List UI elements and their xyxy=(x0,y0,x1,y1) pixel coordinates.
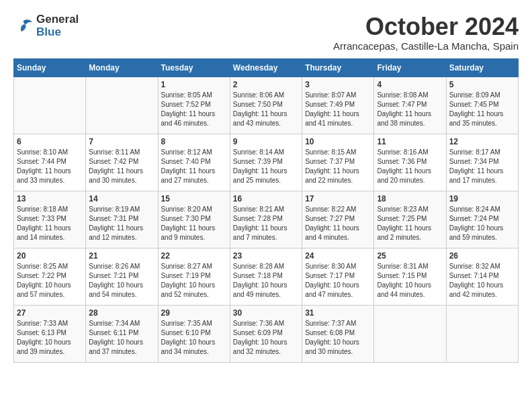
day-info: Sunrise: 8:11 AM Sunset: 7:42 PM Dayligh… xyxy=(89,148,154,185)
day-info: Sunrise: 8:32 AM Sunset: 7:14 PM Dayligh… xyxy=(449,262,515,300)
header-saturday: Saturday xyxy=(446,58,518,77)
calendar-cell: 22Sunrise: 8:27 AM Sunset: 7:19 PM Dayli… xyxy=(158,248,230,305)
calendar-cell: 9Sunrise: 8:14 AM Sunset: 7:39 PM Daylig… xyxy=(230,134,302,191)
logo: General Blue xyxy=(13,13,79,38)
day-info: Sunrise: 8:14 AM Sunset: 7:39 PM Dayligh… xyxy=(233,148,299,185)
calendar-cell: 10Sunrise: 8:15 AM Sunset: 7:37 PM Dayli… xyxy=(302,134,374,191)
day-number: 5 xyxy=(449,80,515,89)
week-row-3: 13Sunrise: 8:18 AM Sunset: 7:33 PM Dayli… xyxy=(14,191,519,248)
calendar-cell: 2Sunrise: 8:06 AM Sunset: 7:50 PM Daylig… xyxy=(230,77,302,134)
day-number: 20 xyxy=(17,251,83,261)
week-row-2: 6Sunrise: 8:10 AM Sunset: 7:44 PM Daylig… xyxy=(14,134,519,191)
calendar-cell: 28Sunrise: 7:34 AM Sunset: 6:11 PM Dayli… xyxy=(86,305,158,362)
logo-general: General xyxy=(36,13,79,26)
calendar-cell xyxy=(374,305,446,362)
day-number: 25 xyxy=(377,251,443,261)
day-info: Sunrise: 8:27 AM Sunset: 7:19 PM Dayligh… xyxy=(161,262,227,300)
day-info: Sunrise: 8:31 AM Sunset: 7:15 PM Dayligh… xyxy=(377,262,443,300)
day-number: 1 xyxy=(161,80,227,89)
day-number: 23 xyxy=(233,251,299,261)
day-number: 16 xyxy=(233,194,299,203)
day-info: Sunrise: 7:36 AM Sunset: 6:09 PM Dayligh… xyxy=(233,319,299,357)
day-info: Sunrise: 8:09 AM Sunset: 7:45 PM Dayligh… xyxy=(449,91,515,128)
location-subtitle: Arrancacepas, Castille-La Mancha, Spain xyxy=(333,40,519,52)
day-info: Sunrise: 7:34 AM Sunset: 6:11 PM Dayligh… xyxy=(89,319,154,357)
day-info: Sunrise: 8:28 AM Sunset: 7:18 PM Dayligh… xyxy=(233,262,299,300)
day-info: Sunrise: 8:21 AM Sunset: 7:28 PM Dayligh… xyxy=(233,205,299,242)
day-number: 8 xyxy=(161,137,227,146)
logo-blue: Blue xyxy=(36,26,61,38)
calendar-cell: 6Sunrise: 8:10 AM Sunset: 7:44 PM Daylig… xyxy=(14,134,86,191)
day-info: Sunrise: 7:33 AM Sunset: 6:13 PM Dayligh… xyxy=(17,319,83,357)
calendar-cell: 8Sunrise: 8:12 AM Sunset: 7:40 PM Daylig… xyxy=(158,134,230,191)
day-number: 19 xyxy=(449,194,515,203)
header-row: Sunday Monday Tuesday Wednesday Thursday… xyxy=(14,58,519,77)
calendar-cell: 20Sunrise: 8:25 AM Sunset: 7:22 PM Dayli… xyxy=(14,248,86,305)
header-sunday: Sunday xyxy=(14,58,86,77)
calendar-cell: 21Sunrise: 8:26 AM Sunset: 7:21 PM Dayli… xyxy=(86,248,158,305)
calendar-cell: 18Sunrise: 8:23 AM Sunset: 7:25 PM Dayli… xyxy=(374,191,446,248)
calendar-cell: 17Sunrise: 8:22 AM Sunset: 7:27 PM Dayli… xyxy=(302,191,374,248)
day-number: 18 xyxy=(377,194,443,203)
week-row-4: 20Sunrise: 8:25 AM Sunset: 7:22 PM Dayli… xyxy=(14,248,519,305)
header-tuesday: Tuesday xyxy=(158,58,230,77)
day-number: 28 xyxy=(89,308,154,318)
calendar-cell: 31Sunrise: 7:37 AM Sunset: 6:08 PM Dayli… xyxy=(302,305,374,362)
day-info: Sunrise: 8:06 AM Sunset: 7:50 PM Dayligh… xyxy=(233,91,299,128)
calendar-cell: 26Sunrise: 8:32 AM Sunset: 7:14 PM Dayli… xyxy=(446,248,518,305)
calendar-cell: 16Sunrise: 8:21 AM Sunset: 7:28 PM Dayli… xyxy=(230,191,302,248)
day-number: 13 xyxy=(17,194,83,203)
header-monday: Monday xyxy=(86,58,158,77)
calendar-cell: 13Sunrise: 8:18 AM Sunset: 7:33 PM Dayli… xyxy=(14,191,86,248)
calendar-cell: 23Sunrise: 8:28 AM Sunset: 7:18 PM Dayli… xyxy=(230,248,302,305)
calendar-cell: 4Sunrise: 8:08 AM Sunset: 7:47 PM Daylig… xyxy=(374,77,446,134)
day-info: Sunrise: 8:17 AM Sunset: 7:34 PM Dayligh… xyxy=(449,148,515,185)
day-info: Sunrise: 8:30 AM Sunset: 7:17 PM Dayligh… xyxy=(305,262,371,300)
calendar-body: 1Sunrise: 8:05 AM Sunset: 7:52 PM Daylig… xyxy=(14,77,519,362)
day-number: 3 xyxy=(305,80,371,89)
day-number: 24 xyxy=(305,251,371,261)
calendar-cell xyxy=(86,77,158,134)
calendar-cell: 1Sunrise: 8:05 AM Sunset: 7:52 PM Daylig… xyxy=(158,77,230,134)
day-number: 7 xyxy=(89,137,154,146)
day-info: Sunrise: 8:20 AM Sunset: 7:30 PM Dayligh… xyxy=(161,205,227,242)
day-number: 27 xyxy=(17,308,83,318)
day-number: 17 xyxy=(305,194,371,203)
header-friday: Friday xyxy=(374,58,446,77)
title-block: October 2024 Arrancacepas, Castille-La M… xyxy=(333,13,519,52)
day-number: 9 xyxy=(233,137,299,146)
calendar-cell xyxy=(446,305,518,362)
calendar-cell: 25Sunrise: 8:31 AM Sunset: 7:15 PM Dayli… xyxy=(374,248,446,305)
calendar-cell xyxy=(14,77,86,134)
calendar-cell: 27Sunrise: 7:33 AM Sunset: 6:13 PM Dayli… xyxy=(14,305,86,362)
week-row-1: 1Sunrise: 8:05 AM Sunset: 7:52 PM Daylig… xyxy=(14,77,519,134)
day-number: 26 xyxy=(449,251,515,261)
header-thursday: Thursday xyxy=(302,58,374,77)
day-info: Sunrise: 8:26 AM Sunset: 7:21 PM Dayligh… xyxy=(89,262,154,300)
logo-bird-icon xyxy=(13,18,34,34)
day-info: Sunrise: 7:35 AM Sunset: 6:10 PM Dayligh… xyxy=(161,319,227,357)
day-number: 29 xyxy=(161,308,227,318)
day-info: Sunrise: 8:22 AM Sunset: 7:27 PM Dayligh… xyxy=(305,205,371,242)
calendar-cell: 24Sunrise: 8:30 AM Sunset: 7:17 PM Dayli… xyxy=(302,248,374,305)
day-number: 11 xyxy=(377,137,443,146)
day-number: 4 xyxy=(377,80,443,89)
day-number: 15 xyxy=(161,194,227,203)
day-number: 10 xyxy=(305,137,371,146)
day-info: Sunrise: 8:08 AM Sunset: 7:47 PM Dayligh… xyxy=(377,91,443,128)
day-info: Sunrise: 8:23 AM Sunset: 7:25 PM Dayligh… xyxy=(377,205,443,242)
calendar-cell: 15Sunrise: 8:20 AM Sunset: 7:30 PM Dayli… xyxy=(158,191,230,248)
day-info: Sunrise: 8:15 AM Sunset: 7:37 PM Dayligh… xyxy=(305,148,371,185)
day-info: Sunrise: 8:07 AM Sunset: 7:49 PM Dayligh… xyxy=(305,91,371,128)
day-info: Sunrise: 8:05 AM Sunset: 7:52 PM Dayligh… xyxy=(161,91,227,128)
calendar-cell: 29Sunrise: 7:35 AM Sunset: 6:10 PM Dayli… xyxy=(158,305,230,362)
day-info: Sunrise: 8:16 AM Sunset: 7:36 PM Dayligh… xyxy=(377,148,443,185)
calendar-cell: 7Sunrise: 8:11 AM Sunset: 7:42 PM Daylig… xyxy=(86,134,158,191)
day-number: 12 xyxy=(449,137,515,146)
day-info: Sunrise: 8:18 AM Sunset: 7:33 PM Dayligh… xyxy=(17,205,83,242)
day-number: 2 xyxy=(233,80,299,89)
calendar-cell: 3Sunrise: 8:07 AM Sunset: 7:49 PM Daylig… xyxy=(302,77,374,134)
day-number: 31 xyxy=(305,308,371,318)
page-header: General Blue October 2024 Arrancacepas, … xyxy=(13,13,519,52)
day-info: Sunrise: 8:10 AM Sunset: 7:44 PM Dayligh… xyxy=(17,148,83,185)
